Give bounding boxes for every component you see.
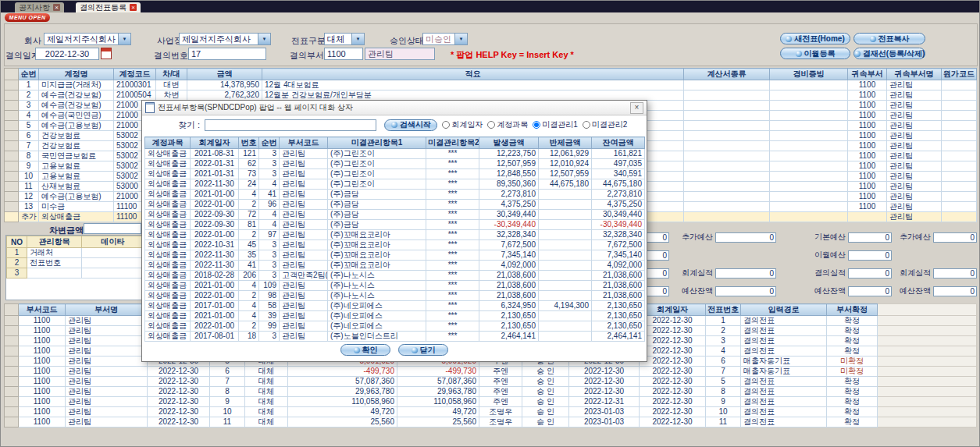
cell[interactable]: 외상매출금 — [145, 190, 191, 200]
cell[interactable]: 관리팀 — [280, 332, 328, 342]
cell[interactable] — [942, 90, 977, 101]
cell[interactable]: 13 — [19, 202, 39, 212]
cell[interactable] — [539, 261, 592, 271]
cell[interactable]: 2022-12-30 — [640, 397, 706, 407]
cell[interactable]: 외상매출금 — [145, 291, 191, 301]
cell[interactable]: 9 — [706, 397, 741, 407]
cell[interactable]: 96 — [259, 200, 280, 210]
cell[interactable]: 관리팀 — [66, 417, 148, 427]
cell[interactable]: 관리팀 — [887, 151, 942, 161]
cell[interactable] — [82, 268, 144, 278]
cell[interactable]: 21,038,600 — [479, 291, 539, 301]
cell[interactable]: 2021-08-31 — [191, 149, 239, 159]
cell[interactable]: 30,349,440 — [592, 210, 645, 220]
cell[interactable]: *** — [426, 169, 479, 179]
cell[interactable]: 주엔 — [479, 397, 522, 407]
row-selector[interactable] — [5, 316, 19, 326]
cell[interactable]: 2022-12-30 — [640, 387, 706, 397]
cell[interactable]: 12월분 건강보험료/개인부담분 — [262, 90, 684, 101]
cell[interactable]: 57,087,360 — [288, 377, 397, 387]
cell[interactable]: 2022-12-30 — [148, 377, 210, 387]
cell[interactable]: 2,130,650 — [479, 321, 539, 332]
dept-slip-row[interactable]: 1100관리팀2022-12-307대체57,087,36057,087,360… — [5, 377, 977, 387]
chevron-down-icon[interactable]: ▼ — [351, 34, 364, 44]
cell[interactable]: 1100 — [19, 417, 66, 427]
row-selector[interactable] — [5, 192, 19, 202]
cell[interactable]: 관리팀 — [280, 291, 328, 301]
cell[interactable]: *** — [426, 210, 479, 220]
cell[interactable]: 12,507,959 — [539, 169, 592, 179]
cell[interactable]: 관리팀 — [280, 240, 328, 250]
cell[interactable]: 49,720 — [397, 407, 479, 417]
open-item-row[interactable]: 외상매출금2021-01-004109관리팀(주)나노시스***21,038,6… — [145, 281, 645, 291]
cell[interactable]: 10 — [19, 172, 39, 182]
worksite-select[interactable]: 제일저지주식회사 ▼ — [179, 33, 271, 45]
find-input[interactable] — [205, 119, 376, 131]
cell[interactable]: 고객만족2팀(JJ — [280, 271, 328, 281]
cell[interactable]: 2022-12-30 — [640, 316, 706, 326]
cell[interactable] — [770, 131, 848, 141]
cell[interactable]: 관리팀 — [887, 172, 942, 182]
cell[interactable]: 2022-12-30 — [148, 387, 210, 397]
cell[interactable]: (주)꼬매요코리아 — [328, 240, 426, 250]
cell[interactable]: 32,328,340 — [479, 230, 539, 240]
cell[interactable]: 2022-01-00 — [191, 291, 239, 301]
cell[interactable]: *** — [426, 281, 479, 291]
cell[interactable]: 110,058,960 — [397, 397, 479, 407]
cell[interactable]: (주)네오피에스 — [328, 301, 426, 311]
cell[interactable] — [942, 111, 977, 121]
cell[interactable]: 110,058,960 — [288, 397, 397, 407]
cell[interactable]: 4 — [239, 190, 259, 200]
filter-radio-미결관리1[interactable]: 미결관리1 — [533, 119, 578, 130]
cell[interactable]: *** — [426, 291, 479, 301]
cell[interactable]: 12,010,924 — [539, 159, 592, 169]
cell[interactable]: 2023-01-03 — [569, 407, 640, 417]
cell[interactable]: 외상매출금 — [145, 281, 191, 291]
row-selector[interactable] — [5, 397, 19, 407]
cell[interactable]: 29,963,780 — [397, 387, 479, 397]
open-item-row[interactable]: 외상매출금2018-02-282063고객만족2팀(JJ(주)나노시스***21… — [145, 271, 645, 281]
cell[interactable]: 21,038,600 — [592, 271, 645, 281]
cell[interactable]: 조명우 — [479, 417, 522, 427]
cell[interactable] — [942, 182, 977, 192]
row-selector[interactable] — [5, 407, 19, 417]
cell[interactable]: 관리팀 — [887, 141, 942, 151]
cell[interactable] — [770, 90, 848, 101]
cell[interactable] — [539, 210, 592, 220]
cell[interactable]: 관리팀 — [280, 321, 328, 332]
cell[interactable] — [770, 192, 848, 202]
cell[interactable]: 2 — [19, 90, 39, 101]
cell[interactable]: 건강보험료 — [39, 141, 114, 151]
cell[interactable]: 결의전표 — [741, 417, 827, 427]
cell[interactable]: 2021-01-00 — [191, 190, 239, 200]
cell[interactable]: 3 — [259, 332, 280, 342]
cell[interactable]: 승 인 — [522, 397, 569, 407]
dept-slip-row[interactable]: 1100관리팀2022-12-308대체29,963,78029,963,780… — [5, 387, 977, 397]
cell[interactable]: 21,038,600 — [592, 281, 645, 291]
row-selector[interactable] — [5, 202, 19, 212]
row-selector[interactable] — [5, 80, 19, 90]
cell[interactable] — [942, 80, 977, 90]
cell[interactable]: 확정 — [827, 397, 878, 407]
cell[interactable]: *** — [426, 149, 479, 159]
row-selector[interactable] — [5, 121, 19, 131]
cell[interactable]: 3 — [259, 169, 280, 179]
cell[interactable]: 확정 — [827, 377, 878, 387]
cell[interactable]: 1 — [706, 316, 741, 326]
cell[interactable]: -30,349,440 — [592, 220, 645, 230]
cell[interactable]: 관리팀 — [66, 326, 148, 336]
cell[interactable]: 1100 — [19, 336, 66, 346]
chevron-down-icon[interactable]: ▼ — [454, 34, 467, 44]
cell[interactable] — [684, 141, 770, 151]
tab-close-icon[interactable]: × — [53, 4, 60, 11]
cell[interactable]: 2,130,650 — [479, 311, 539, 321]
cell[interactable] — [684, 80, 770, 90]
cell[interactable] — [684, 101, 770, 111]
cell[interactable]: 관리팀 — [280, 301, 328, 311]
cell[interactable] — [770, 141, 848, 151]
cell[interactable]: 관리팀 — [887, 111, 942, 121]
cell[interactable]: 확정 — [827, 346, 878, 357]
management-item-row[interactable]: 1거래처 — [7, 248, 144, 258]
cell[interactable]: 7,345,140 — [592, 250, 645, 261]
cell[interactable]: 4,194,300 — [539, 301, 592, 311]
